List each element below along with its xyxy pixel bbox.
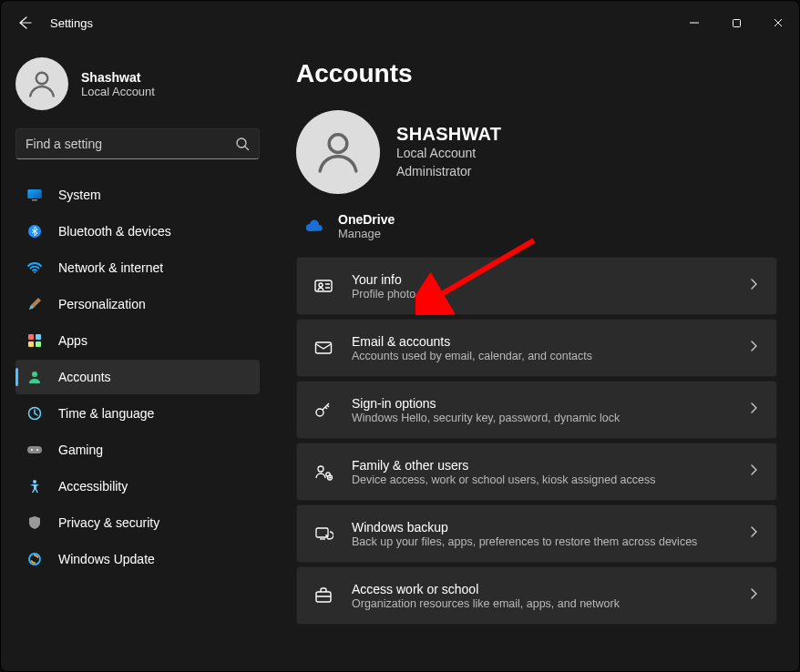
people-icon (313, 462, 333, 482)
svg-rect-16 (27, 446, 42, 453)
sidebar-item-gaming[interactable]: Gaming (15, 433, 260, 467)
titlebar: Settings (1, 1, 799, 45)
sidebar-item-system[interactable]: System (15, 178, 260, 212)
profile-sub: Local Account (81, 85, 155, 98)
sidebar-item-apps[interactable]: Apps (15, 323, 260, 358)
window-title: Settings (50, 16, 93, 30)
sidebar-item-bluetooth[interactable]: Bluetooth & devices (15, 214, 260, 249)
sidebar-item-label: Gaming (58, 443, 103, 457)
person-icon (26, 369, 43, 385)
card-sub: Profile photo (352, 288, 729, 300)
avatar (15, 57, 68, 110)
svg-point-14 (32, 372, 37, 377)
mail-icon (313, 338, 333, 358)
sidebar-item-time[interactable]: Time & language (15, 396, 260, 431)
bluetooth-icon (26, 223, 43, 239)
chevron-right-icon (747, 463, 760, 480)
sidebar-item-privacy[interactable]: Privacy & security (15, 505, 260, 540)
svg-rect-12 (28, 341, 34, 347)
card-family-users[interactable]: Family & other users Device access, work… (296, 443, 777, 501)
settings-card-list: Your info Profile photo Email & accounts… (296, 257, 777, 625)
clock-icon (26, 405, 43, 422)
avatar (296, 110, 380, 194)
onedrive-title: OneDrive (338, 212, 395, 227)
card-sub: Device access, work or school users, kio… (352, 473, 729, 486)
update-icon (26, 551, 43, 567)
onedrive-row[interactable]: OneDrive Manage (296, 209, 777, 257)
chevron-right-icon (747, 587, 760, 604)
svg-point-21 (329, 135, 347, 153)
sidebar-item-personalization[interactable]: Personalization (15, 287, 260, 321)
sidebar-item-label: System (58, 188, 101, 202)
paintbrush-icon (26, 296, 43, 312)
accessibility-icon (26, 478, 43, 494)
onedrive-sub: Manage (338, 227, 395, 240)
search-icon (235, 137, 250, 151)
onedrive-icon (303, 217, 323, 237)
sidebar-item-label: Accounts (58, 370, 111, 384)
svg-point-26 (318, 466, 323, 472)
card-title: Your info (352, 272, 729, 287)
arrow-left-icon (17, 15, 32, 30)
chevron-right-icon (747, 278, 760, 294)
sidebar-item-label: Personalization (58, 297, 146, 311)
sidebar-item-label: Network & internet (58, 260, 163, 275)
close-button[interactable] (757, 1, 799, 45)
sidebar-item-accounts[interactable]: Accounts (15, 360, 260, 394)
chevron-right-icon (747, 525, 760, 542)
svg-line-4 (245, 147, 249, 150)
sidebar-item-update[interactable]: Windows Update (15, 542, 260, 576)
apps-icon (26, 332, 43, 349)
search-input[interactable] (26, 137, 235, 151)
card-sub: Organization resources like email, apps,… (352, 597, 729, 610)
svg-rect-6 (28, 189, 42, 199)
profile-name: Shashwat (81, 70, 155, 85)
card-work-school[interactable]: Access work or school Organization resou… (296, 566, 777, 625)
backup-icon (313, 524, 333, 544)
svg-point-3 (237, 138, 246, 148)
sidebar-item-label: Windows Update (58, 552, 155, 566)
card-title: Sign-in options (352, 396, 729, 411)
card-title: Family & other users (352, 458, 729, 473)
maximize-button[interactable] (715, 1, 757, 45)
person-icon (313, 127, 364, 178)
account-type: Local Account (396, 145, 501, 163)
gaming-icon (26, 442, 43, 458)
svg-rect-1 (733, 19, 740, 26)
card-your-info[interactable]: Your info Profile photo (296, 257, 777, 315)
main-content: Accounts SHASHWAT Local Account Administ… (274, 45, 799, 671)
svg-rect-7 (32, 199, 37, 201)
close-icon (773, 17, 784, 28)
card-windows-backup[interactable]: Windows backup Back up your files, apps,… (296, 504, 777, 563)
account-hero: SHASHWAT Local Account Administrator (296, 110, 777, 194)
svg-point-2 (36, 73, 48, 85)
card-title: Email & accounts (352, 334, 729, 349)
svg-rect-10 (28, 334, 34, 340)
settings-window: Settings Shashwat Local Account (0, 0, 800, 672)
minimize-button[interactable] (673, 1, 715, 45)
card-title: Windows backup (352, 520, 729, 535)
sidebar-item-label: Apps (58, 333, 87, 348)
sidebar-item-label: Privacy & security (58, 515, 159, 530)
wifi-icon (26, 260, 43, 276)
sidebar-item-network[interactable]: Network & internet (15, 250, 260, 285)
person-icon (26, 67, 58, 100)
sidebar-item-label: Time & language (58, 406, 154, 421)
sidebar-item-label: Accessibility (58, 479, 128, 494)
key-icon (313, 400, 333, 420)
id-card-icon (313, 276, 333, 296)
card-signin-options[interactable]: Sign-in options Windows Hello, security … (296, 381, 777, 439)
back-button[interactable] (14, 12, 36, 34)
sidebar-profile[interactable]: Shashwat Local Account (15, 57, 260, 110)
account-name: SHASHWAT (396, 124, 501, 145)
svg-rect-13 (36, 341, 41, 347)
search-box[interactable] (15, 128, 260, 159)
sidebar-item-accessibility[interactable]: Accessibility (15, 469, 260, 504)
svg-rect-24 (316, 342, 332, 353)
svg-point-9 (34, 271, 36, 273)
card-email-accounts[interactable]: Email & accounts Accounts used by email,… (296, 319, 777, 377)
card-sub: Windows Hello, security key, password, d… (352, 412, 729, 424)
card-title: Access work or school (352, 582, 729, 596)
svg-point-23 (319, 283, 323, 287)
svg-rect-11 (36, 334, 41, 340)
